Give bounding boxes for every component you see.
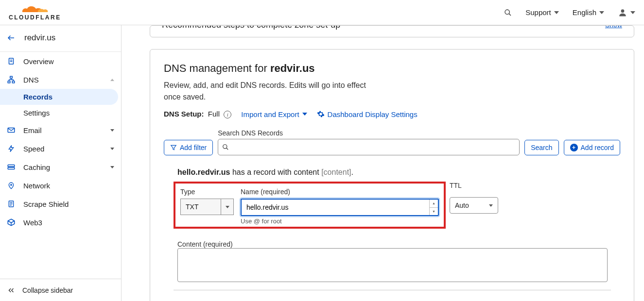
back-to-zones[interactable]: redvir.us (0, 25, 121, 52)
sidebar-subitem-records[interactable]: Records (0, 89, 118, 105)
bolt-icon (7, 144, 16, 153)
svg-marker-26 (171, 145, 176, 150)
record-summary: hello.redvir.us has a record with conten… (177, 168, 620, 177)
sidebar-item-label: Network (23, 182, 114, 190)
dns-management-panel: DNS management for redvir.us Review, add… (150, 49, 634, 301)
svg-rect-15 (8, 165, 15, 167)
sidebar-item-network[interactable]: Network (0, 176, 121, 195)
svg-line-24 (11, 221, 15, 223)
user-menu[interactable] (618, 8, 635, 17)
sidebar-item-label: Overview (23, 57, 114, 66)
link-label: Import and Export (241, 110, 299, 118)
sidebar-item-label: Web3 (23, 218, 114, 227)
display-settings-link[interactable]: Dashboard Display Settings (317, 110, 418, 118)
type-select[interactable]: TXT (180, 199, 234, 215)
info-icon[interactable]: i (224, 111, 231, 118)
record-host: hello.redvir.us (177, 168, 230, 176)
dns-setup-block: DNS Setup: Full i (164, 110, 231, 118)
button-label: Add record (581, 144, 614, 151)
search-input[interactable] (232, 143, 515, 151)
recommended-steps-card: Recommended steps to complete zone set-u… (150, 25, 634, 37)
dropdown-button[interactable] (221, 199, 233, 215)
spin-up-icon[interactable]: ▲ (430, 200, 438, 208)
button-label: Search (531, 144, 552, 151)
hierarchy-icon (7, 75, 16, 84)
chevron-down-icon (489, 204, 493, 207)
svg-rect-16 (8, 167, 15, 169)
sidebar-item-caching[interactable]: Caching (0, 158, 121, 176)
chevron-down-icon (630, 11, 635, 14)
sidebar-item-overview[interactable]: Overview (0, 52, 121, 70)
add-record-button[interactable]: + Add record (564, 140, 620, 155)
type-label: Type (180, 188, 234, 196)
ttl-label: TTL (450, 182, 498, 189)
name-label: Name (required) (241, 188, 439, 196)
user-icon (618, 8, 627, 17)
cloudflare-icon (21, 4, 49, 14)
search-button[interactable]: Search (524, 140, 558, 155)
name-input[interactable] (242, 203, 429, 211)
ttl-select[interactable]: Auto (450, 197, 498, 214)
svg-line-23 (8, 221, 11, 223)
sidebar-item-email[interactable]: Email (0, 121, 121, 139)
svg-rect-9 (12, 81, 15, 83)
email-icon (7, 126, 16, 134)
chevron-down-icon (302, 113, 307, 116)
spin-down-icon[interactable]: ▼ (430, 208, 438, 216)
svg-point-17 (11, 184, 12, 185)
document-icon (7, 200, 16, 208)
sidebar-item-label: DNS (23, 76, 103, 84)
search-icon[interactable] (504, 9, 512, 17)
sidebar-item-dns[interactable]: DNS (0, 70, 121, 89)
sidebar-item-label: Settings (23, 109, 50, 117)
clipboard-icon (7, 57, 16, 66)
type-value: TXT (181, 203, 221, 211)
button-label: Add filter (180, 144, 207, 151)
support-menu[interactable]: Support (525, 8, 559, 17)
sidebar-item-label: Records (23, 93, 52, 101)
search-label: Search DNS Records (218, 129, 520, 137)
dns-setup-value: Full (208, 110, 220, 118)
chevron-down-icon (599, 11, 604, 14)
name-input-wrap[interactable]: ▲▼ (241, 199, 439, 216)
top-bar: CLOUDFLARE Support English (0, 0, 644, 25)
svg-line-28 (226, 148, 228, 150)
import-export-link[interactable]: Import and Export (241, 110, 307, 118)
sidebar-item-scrape-shield[interactable]: Scrape Shield (0, 195, 121, 213)
language-menu[interactable]: English (573, 8, 604, 17)
content-label: Content (required) (177, 240, 233, 248)
brand-wordmark: CLOUDFLARE (9, 14, 61, 21)
gear-icon (317, 110, 325, 118)
chevron-down-icon (110, 166, 114, 168)
search-icon (222, 144, 229, 150)
spinner-buttons[interactable]: ▲▼ (429, 200, 438, 215)
svg-line-1 (509, 14, 511, 16)
chevron-up-icon (110, 79, 114, 81)
recommended-title: Recommended steps to complete zone set-u… (162, 25, 622, 30)
chevron-down-icon (110, 148, 114, 150)
collapse-sidebar-button[interactable]: Collapse sidebar (0, 279, 121, 301)
svg-point-0 (505, 10, 509, 14)
svg-point-2 (621, 9, 625, 13)
arrow-left-icon (7, 33, 16, 42)
cube-icon (7, 218, 16, 227)
sidebar-subitem-settings[interactable]: Settings (0, 105, 121, 121)
pin-icon (7, 181, 16, 190)
record-dot: . (351, 168, 353, 176)
sidebar-item-speed[interactable]: Speed (0, 139, 121, 158)
sidebar-item-label: Caching (23, 163, 103, 171)
content-textarea[interactable] (177, 248, 608, 282)
filter-icon (170, 144, 177, 151)
search-input-wrap[interactable] (218, 139, 520, 155)
sidebar-item-label: Email (23, 126, 103, 134)
sidebar: redvir.us Overview DNS Records Settings … (0, 25, 122, 301)
add-filter-button[interactable]: Add filter (164, 140, 213, 155)
drive-icon (7, 163, 16, 171)
record-mid: has a record with content (230, 168, 321, 176)
chevron-down-icon (554, 11, 559, 14)
show-link[interactable]: Show (605, 25, 622, 29)
sidebar-item-web3[interactable]: Web3 (0, 213, 121, 232)
chevron-down-icon (110, 129, 114, 132)
brand-logo[interactable]: CLOUDFLARE (9, 4, 61, 21)
language-label: English (573, 8, 596, 17)
